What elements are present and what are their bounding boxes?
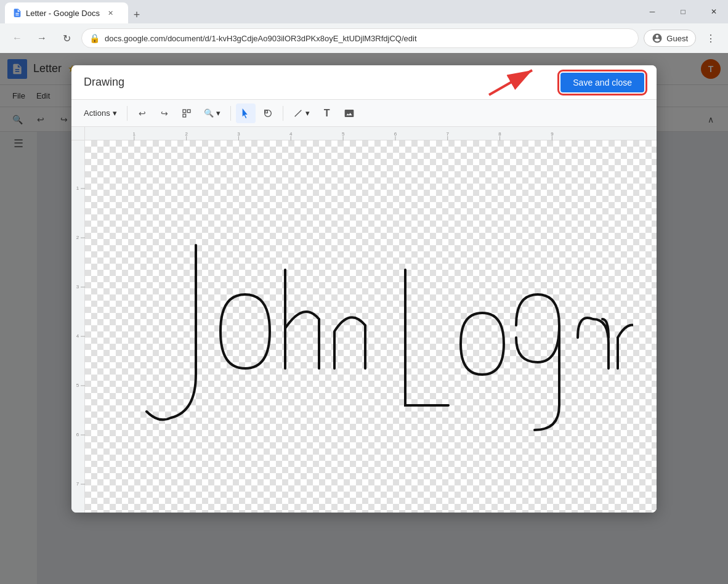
svg-text:8: 8	[498, 131, 501, 137]
zoom-dropdown[interactable]: 🔍 ▾	[199, 106, 225, 120]
svg-text:1: 1	[76, 185, 79, 191]
left-ruler-area: 1 2 3 4 5 6	[71, 127, 85, 513]
actions-dropdown[interactable]: Actions ▾	[79, 106, 122, 120]
zoom-chevron: ▾	[216, 108, 220, 118]
navigation-bar: ← → ↻ 🔒 docs.google.com/document/d/1-kvH…	[0, 23, 728, 53]
back-button[interactable]: ←	[7, 28, 27, 48]
profile-icon	[652, 33, 663, 44]
profile-label: Guest	[666, 34, 688, 43]
drawing-modal: Drawing Save and close	[71, 65, 657, 513]
docs-area: Letter ★ ☁ T File Edit 🔍 ↩ ↪ ∧ ☰	[0, 53, 728, 584]
svg-text:4: 4	[289, 131, 293, 137]
svg-text:5: 5	[76, 383, 79, 388]
svg-text:6: 6	[76, 432, 79, 437]
url-text: docs.google.com/document/d/1-kvH3gCdjeAo…	[105, 34, 417, 43]
new-tab-button[interactable]: +	[128, 6, 145, 23]
forward-button[interactable]: →	[32, 28, 52, 48]
window-controls: ─ □ ✕	[638, 2, 728, 22]
top-ruler: 1 2 3 4 5 6	[85, 127, 657, 140]
tab-close-button[interactable]: ✕	[106, 8, 116, 18]
ruler-corner	[71, 127, 85, 140]
svg-rect-3	[187, 110, 190, 113]
shape-select-button[interactable]	[258, 103, 278, 123]
svg-text:2: 2	[185, 131, 188, 137]
toolbar-divider-1	[127, 106, 127, 121]
svg-text:3: 3	[237, 131, 240, 137]
canvas-with-rulers: 1 2 3 4 5 6	[71, 127, 657, 513]
select-tool-button[interactable]	[236, 103, 256, 123]
text-button[interactable]: T	[317, 103, 337, 123]
main-canvas-area: 1 2 3 4 5 6	[85, 127, 657, 513]
modal-header: Drawing Save and close	[71, 65, 657, 100]
line-dropdown[interactable]: ▾	[288, 106, 315, 121]
drawing-toolbar: Actions ▾ ↩ ↪ 🔍 ▾	[71, 100, 657, 127]
toolbar-divider-3	[283, 106, 283, 121]
tab-bar: Letter - Google Docs ✕ + ─ □ ✕	[0, 0, 728, 23]
address-bar[interactable]: 🔒 docs.google.com/document/d/1-kvH3gCdje…	[81, 28, 639, 48]
modal-overlay: Drawing Save and close	[0, 53, 728, 584]
svg-text:5: 5	[342, 131, 345, 137]
svg-text:1: 1	[133, 131, 136, 137]
left-ruler: 1 2 3 4 5 6	[71, 140, 85, 513]
close-button[interactable]: ✕	[700, 2, 728, 22]
drawing-canvas[interactable]	[85, 140, 657, 513]
undo-button[interactable]: ↩	[132, 103, 152, 123]
docs-tab-icon	[12, 8, 22, 18]
modal-title: Drawing	[84, 76, 124, 89]
svg-text:2: 2	[76, 235, 79, 240]
image-button[interactable]	[339, 103, 359, 123]
select-all-button[interactable]	[177, 103, 196, 123]
svg-text:6: 6	[394, 131, 397, 137]
dropdown-chevron: ▾	[113, 108, 117, 118]
signature-drawing	[116, 171, 633, 467]
svg-text:7: 7	[76, 481, 79, 487]
svg-text:7: 7	[447, 131, 450, 137]
refresh-button[interactable]: ↻	[57, 28, 76, 48]
svg-text:3: 3	[76, 284, 79, 290]
svg-line-7	[294, 110, 301, 116]
toolbar-divider-2	[230, 106, 231, 121]
minimize-button[interactable]: ─	[638, 2, 666, 22]
svg-rect-2	[183, 110, 186, 113]
save-close-button[interactable]: Save and close	[560, 73, 644, 92]
maximize-button[interactable]: □	[669, 2, 697, 22]
zoom-icon: 🔍	[204, 108, 214, 118]
svg-line-1	[489, 70, 532, 95]
line-chevron: ▾	[305, 108, 310, 118]
active-tab[interactable]: Letter - Google Docs ✕	[5, 2, 128, 23]
secure-icon: 🔒	[89, 33, 100, 43]
more-options-button[interactable]: ⋮	[701, 28, 721, 48]
svg-text:4: 4	[76, 333, 79, 339]
svg-text:9: 9	[551, 131, 554, 137]
browser-frame: Letter - Google Docs ✕ + ─ □ ✕ ← → ↻ 🔒 d…	[0, 0, 728, 584]
red-arrow-annotation	[477, 65, 551, 101]
profile-button[interactable]: Guest	[644, 30, 696, 47]
svg-rect-4	[183, 114, 186, 117]
tab-title: Letter - Google Docs	[26, 9, 100, 18]
line-icon	[293, 108, 303, 118]
redo-button[interactable]: ↪	[155, 103, 174, 123]
